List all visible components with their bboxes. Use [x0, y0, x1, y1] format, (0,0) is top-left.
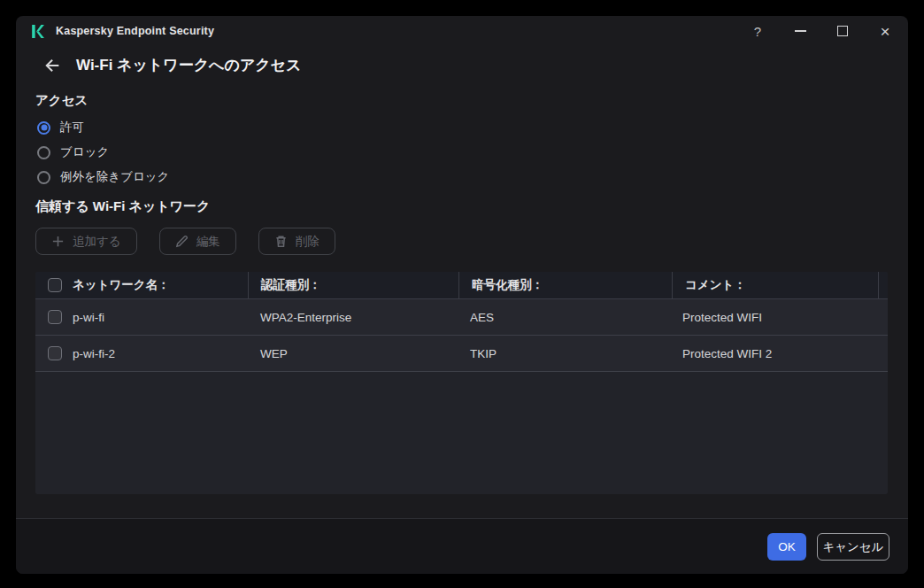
edit-button[interactable]: 編集	[159, 228, 236, 255]
delete-button-label: 削除	[296, 234, 320, 250]
table-toolbar: 追加する 編集 削除	[35, 228, 335, 255]
cell-network-name: p-wi-fi	[73, 311, 104, 324]
radio-icon	[37, 171, 50, 184]
add-button[interactable]: 追加する	[35, 228, 137, 255]
radio-icon	[37, 146, 50, 159]
radio-block-except[interactable]: 例外を除きブロック	[37, 165, 169, 190]
header-comment: コメント：	[673, 272, 879, 298]
row-checkbox[interactable]	[48, 310, 62, 324]
header-network-name-label: ネットワーク名：	[73, 277, 170, 293]
header-encryption-type: 暗号化種別：	[459, 272, 673, 298]
trusted-networks-table: ネットワーク名： 認証種別： 暗号化種別： コメント： p-wi-fi WPA2…	[35, 272, 888, 494]
page-title: Wi-Fi ネットワークへのアクセス	[76, 55, 302, 75]
cell-auth-type: WEP	[248, 336, 458, 371]
row-checkbox[interactable]	[48, 346, 62, 360]
access-radio-group: 許可 ブロック 例外を除きブロック	[37, 115, 169, 190]
maximize-icon	[837, 26, 848, 36]
radio-allow[interactable]: 許可	[37, 115, 169, 140]
table-row[interactable]: p-wi-fi-2 WEP TKIP Protected WIFI 2	[35, 336, 888, 372]
radio-block-except-label: 例外を除きブロック	[60, 169, 169, 185]
minimize-icon	[795, 30, 806, 32]
access-section-label: アクセス	[35, 92, 88, 109]
help-button[interactable]: ?	[743, 18, 772, 44]
trusted-networks-label: 信頼する Wi-Fi ネットワーク	[35, 198, 210, 215]
delete-button[interactable]: 削除	[258, 228, 335, 255]
kaspersky-dialog-window: Kaspersky Endpoint Security ? × Wi-Fi ネッ…	[16, 16, 908, 574]
ok-button[interactable]: OK	[767, 533, 806, 561]
close-button[interactable]: ×	[871, 18, 899, 44]
cell-encryption-type: AES	[458, 299, 670, 335]
pencil-icon	[175, 235, 189, 248]
kaspersky-logo-icon	[29, 23, 46, 40]
cell-comment: Protected WIFI	[670, 299, 875, 335]
select-all-checkbox[interactable]	[48, 278, 62, 292]
radio-block-label: ブロック	[60, 144, 109, 160]
cell-end-spacer	[875, 299, 888, 335]
radio-icon	[37, 121, 50, 135]
cell-end-spacer	[875, 336, 888, 371]
edit-button-label: 編集	[196, 234, 220, 250]
cancel-button[interactable]: キャンセル	[817, 533, 889, 561]
cell-network-name: p-wi-fi-2	[73, 347, 115, 360]
maximize-button[interactable]	[828, 18, 857, 44]
header-auth-type: 認証種別：	[249, 272, 459, 298]
table-body: p-wi-fi WPA2-Enterprise AES Protected WI…	[35, 299, 888, 372]
app-title: Kaspersky Endpoint Security	[56, 25, 214, 37]
trash-icon	[274, 235, 288, 248]
title-bar: Kaspersky Endpoint Security ? ×	[16, 16, 908, 46]
radio-allow-label: 許可	[60, 120, 84, 135]
plus-icon	[51, 235, 65, 248]
minimize-button[interactable]	[786, 18, 814, 44]
page-header: Wi-Fi ネットワークへのアクセス	[42, 55, 302, 75]
radio-block[interactable]: ブロック	[37, 140, 169, 165]
back-arrow-icon[interactable]	[42, 56, 62, 75]
header-end-spacer	[879, 272, 888, 298]
table-row[interactable]: p-wi-fi WPA2-Enterprise AES Protected WI…	[35, 299, 888, 336]
header-network-name: ネットワーク名：	[35, 272, 249, 298]
cell-comment: Protected WIFI 2	[670, 336, 875, 371]
cell-auth-type: WPA2-Enterprise	[248, 299, 458, 335]
table-header-row: ネットワーク名： 認証種別： 暗号化種別： コメント：	[35, 272, 888, 299]
cell-encryption-type: TKIP	[458, 336, 670, 371]
dialog-footer: OK キャンセル	[16, 518, 908, 574]
add-button-label: 追加する	[73, 234, 121, 250]
